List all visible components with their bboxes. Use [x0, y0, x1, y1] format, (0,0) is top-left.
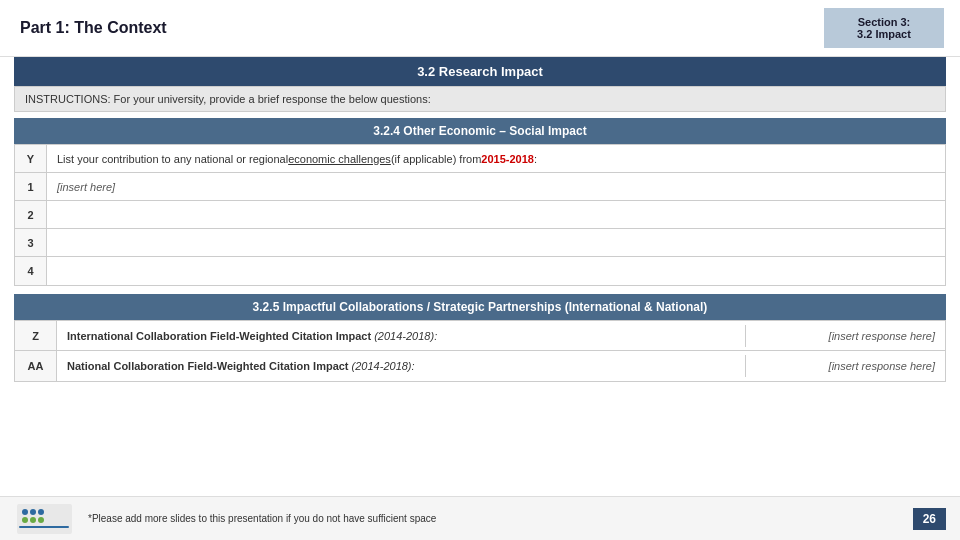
svg-point-3: [38, 509, 44, 515]
svg-point-2: [30, 509, 36, 515]
subsection-3-2-4-header: 3.2.4 Other Economic – Social Impact: [14, 118, 946, 144]
question-underline: economic challenges: [288, 153, 391, 165]
subsection-3-2-5-table: Z International Collaboration Field-Weig…: [14, 320, 946, 382]
question-text-after: (if applicable) from: [391, 153, 481, 165]
svg-rect-7: [19, 526, 69, 528]
svg-point-5: [30, 517, 36, 523]
aa-italic-text: (2014-2018):: [352, 360, 415, 372]
table-row-4: 4: [15, 257, 945, 285]
section-label-box: Section 3: 3.2 Impact: [824, 8, 944, 48]
row-aa: AA National Collaboration Field-Weighted…: [15, 351, 945, 381]
footer: *Please add more slides to this presenta…: [0, 496, 960, 540]
svg-point-6: [38, 517, 44, 523]
z-italic-text: (2014-2018):: [374, 330, 437, 342]
instructions-row: INSTRUCTIONS: For your university, provi…: [14, 86, 946, 112]
row-label-2: 2: [15, 201, 47, 228]
row-label-1: 1: [15, 173, 47, 200]
label-aa: AA: [15, 351, 57, 381]
table-row-3: 3: [15, 229, 945, 257]
row-z: Z International Collaboration Field-Weig…: [15, 321, 945, 351]
aa-main-text: National Collaboration Field-Weighted Ci…: [67, 360, 352, 372]
section-label-bottom: 3.2 Impact: [844, 28, 924, 40]
row-label-4: 4: [15, 257, 47, 285]
page-number: 26: [913, 508, 946, 530]
row-content-2[interactable]: [47, 201, 945, 228]
footer-note: *Please add more slides to this presenta…: [88, 513, 913, 524]
row-label-3: 3: [15, 229, 47, 256]
question-text-before: List your contribution to any national o…: [57, 153, 288, 165]
subsection-3-2-5: 3.2.5 Impactful Collaborations / Strateg…: [14, 294, 946, 382]
aa-response[interactable]: [insert response here]: [745, 355, 945, 377]
svg-point-1: [22, 509, 28, 515]
subsection-3-2-5-header: 3.2.5 Impactful Collaborations / Strateg…: [14, 294, 946, 320]
row-content-y: List your contribution to any national o…: [47, 145, 945, 172]
row-content-1[interactable]: [insert here]: [47, 173, 945, 200]
section-label-top: Section 3:: [844, 16, 924, 28]
top-bar: Part 1: The Context Section 3: 3.2 Impac…: [0, 0, 960, 57]
footer-logo: [14, 502, 74, 536]
year-range: 2015-2018: [481, 153, 534, 165]
table-row-2: 2: [15, 201, 945, 229]
content-aa: National Collaboration Field-Weighted Ci…: [57, 355, 745, 377]
subsection-3-2-4-table: Y List your contribution to any national…: [14, 144, 946, 286]
content-z: International Collaboration Field-Weight…: [57, 325, 745, 347]
instructions-text: INSTRUCTIONS: For your university, provi…: [25, 93, 431, 105]
table-row-1: 1 [insert here]: [15, 173, 945, 201]
question-row-y: Y List your contribution to any national…: [15, 145, 945, 173]
page-container: Part 1: The Context Section 3: 3.2 Impac…: [0, 0, 960, 540]
question-text-end: :: [534, 153, 537, 165]
row-content-4[interactable]: [47, 257, 945, 285]
section-title: 3.2 Research Impact: [14, 57, 946, 86]
row-content-3[interactable]: [47, 229, 945, 256]
subsection-3-2-4: 3.2.4 Other Economic – Social Impact Y L…: [14, 118, 946, 286]
main-content: 3.2 Research Impact INSTRUCTIONS: For yo…: [0, 57, 960, 398]
z-response[interactable]: [insert response here]: [745, 325, 945, 347]
z-main-text: International Collaboration Field-Weight…: [67, 330, 374, 342]
logo-svg: [17, 504, 72, 534]
label-z: Z: [15, 321, 57, 350]
page-title: Part 1: The Context: [20, 19, 167, 37]
svg-point-4: [22, 517, 28, 523]
row-label-y: Y: [15, 145, 47, 172]
